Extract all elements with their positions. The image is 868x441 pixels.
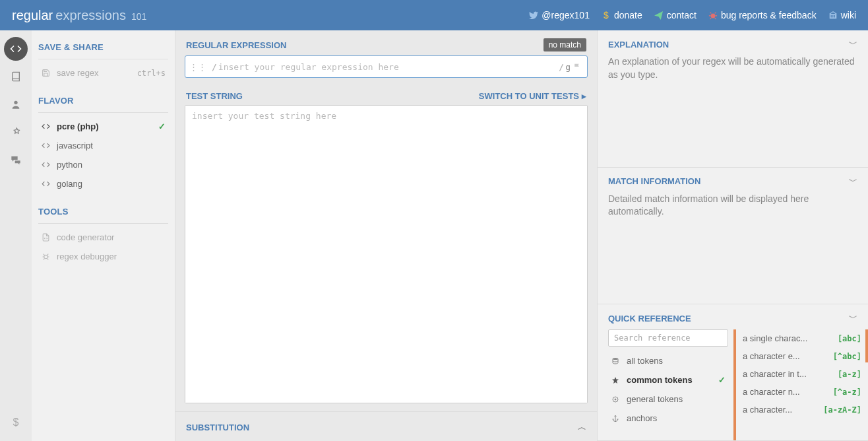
drag-handle-icon[interactable]: ⋮⋮ [185,62,210,72]
quick-ref-categories: all tokens common tokens ✓ general token… [608,329,733,440]
bug-icon [708,11,718,20]
flavor-golang[interactable]: golang [38,174,168,193]
svg-rect-4 [834,15,834,18]
substitution-header[interactable]: SUBSTITUTION ︿ [175,411,597,441]
flavor-label: golang [57,179,82,189]
cat-label: anchors [627,413,657,423]
logo[interactable]: regularexpressions 101 [12,8,146,23]
quick-ref-header[interactable]: QUICK REFERENCE ﹀ [598,304,868,329]
explanation-panel: EXPLANATION ﹀ An explanation of your reg… [598,30,868,168]
logo-101: 101 [131,11,146,22]
test-string-input[interactable] [185,106,587,403]
qr-cat-all[interactable]: all tokens [608,352,728,370]
flag-icon[interactable] [573,63,587,71]
chevron-up-icon: ︿ [578,421,586,433]
qr-token-item[interactable]: a single charac...[abc] [736,329,868,347]
donate-link[interactable]: $donate [602,10,642,20]
quick-ref-body: all tokens common tokens ✓ general token… [598,329,868,440]
icon-column: $ [0,30,32,441]
delim-close: / [557,62,565,72]
save-kbd: ctrl+s [137,69,166,78]
nav-account[interactable] [4,92,28,116]
delim-open: / [210,62,218,72]
flavor-header: FLAVOR [38,93,168,111]
quick-ref-tokens[interactable]: a single charac...[abc] a character e...… [733,329,868,440]
chevron-down-icon: ﹀ [849,38,857,50]
match-body: Detailed match information will be displ… [598,193,868,304]
flavor-label: pcre (php) [57,121,99,131]
chevron-right-icon: ▸ [582,91,586,101]
cat-label: all tokens [627,356,663,366]
save-regex-item[interactable]: save regex ctrl+s [38,63,168,83]
bug-link[interactable]: bug reports & feedback [708,10,817,20]
tok-desc: a character e... [743,351,828,361]
qr-cat-general[interactable]: general tokens [608,390,728,408]
match-title: MATCH INFORMATION [608,176,700,186]
file-code-icon [41,233,50,242]
wiki-link[interactable]: wiki [828,10,856,20]
divider [38,112,168,113]
logo-regular: regular [12,8,53,23]
contact-link[interactable]: contact [654,10,697,20]
nav-editor[interactable] [4,37,28,61]
nav-settings[interactable] [4,120,28,144]
main-area: $ SAVE & SHARE save regex ctrl+s FLAVOR … [0,30,868,441]
regex-input-wrap: ⋮⋮ / / g [185,55,588,78]
tok-code: [abc] [838,334,861,343]
save-share-header: SAVE & SHARE [38,40,168,57]
test-title: TEST STRING [186,91,243,101]
flavor-label: python [57,160,82,170]
explanation-title: EXPLANATION [608,40,669,50]
code-icon [41,122,50,131]
explanation-header[interactable]: EXPLANATION ﹀ [598,30,868,55]
anchor-icon [611,414,620,423]
tok-code: [a-z] [838,370,861,379]
test-string-area [185,105,588,403]
cat-label: general tokens [627,394,683,404]
svg-rect-2 [830,15,831,18]
divider [38,223,168,224]
nav-sponsor[interactable]: $ [4,411,28,434]
code-icon [41,141,50,151]
chevron-down-icon: ﹀ [849,312,857,324]
qr-token-item[interactable]: a character e...[^abc] [736,347,868,365]
qr-cat-common[interactable]: common tokens ✓ [608,371,728,389]
bug-icon [41,252,50,261]
qr-cat-anchors[interactable]: anchors [608,409,728,427]
tools-header: TOOLS [38,204,168,222]
match-info-header[interactable]: MATCH INFORMATION ﹀ [598,168,868,193]
flavor-label: javascript [57,141,93,151]
save-icon [41,69,50,78]
code-icon [41,180,50,189]
regex-title: REGULAR EXPRESSION [186,40,286,50]
divider [38,59,168,59]
regex-input[interactable] [218,62,558,72]
twitter-icon [529,11,538,20]
sidebar: SAVE & SHARE save regex ctrl+s FLAVOR pc… [32,30,175,441]
regex-header: REGULAR EXPRESSION no match [175,30,597,55]
flavor-javascript[interactable]: javascript [38,136,168,155]
match-info-panel: MATCH INFORMATION ﹀ Detailed match infor… [598,168,868,305]
flavor-pcre[interactable]: pcre (php) ✓ [38,117,168,136]
qr-token-item[interactable]: a character...[a-zA-Z] [736,401,868,419]
nav-library[interactable] [4,65,28,88]
regex-debugger-item[interactable]: regex debugger [38,247,168,266]
nav-chat[interactable] [4,148,28,172]
qr-token-item[interactable]: a character in t...[a-z] [736,365,868,383]
qr-token-item[interactable]: a character n...[^a-z] [736,383,868,401]
svg-rect-3 [832,15,833,18]
code-generator-item[interactable]: code generator [38,228,168,247]
switch-unit-tests[interactable]: SWITCH TO UNIT TESTS ▸ [479,91,586,101]
no-match-badge: no match [543,38,586,51]
quick-ref-search-input[interactable] [608,329,728,347]
twitter-link[interactable]: @regex101 [529,10,590,20]
cat-label: common tokens [627,375,693,385]
tok-desc: a character in t... [743,369,832,379]
flags-text[interactable]: g [565,62,573,72]
dollar-icon: $ [602,11,611,20]
tok-code: [a-zA-Z] [823,405,861,415]
wiki-icon [828,11,838,20]
top-header: regularexpressions 101 @regex101 $donate… [0,0,868,30]
flavor-python[interactable]: python [38,155,168,174]
tok-desc: a character... [743,405,818,415]
